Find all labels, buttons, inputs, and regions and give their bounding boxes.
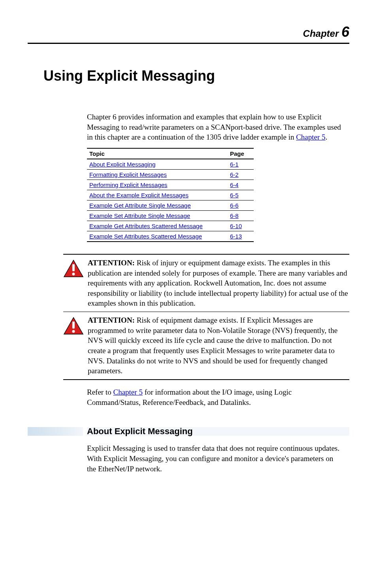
attention-text: ATTENTION: Risk of equipment damage exis… (88, 315, 349, 376)
chapter-label: Chapter (303, 28, 339, 39)
topic-link[interactable]: Example Set Attributes Scattered Message (89, 233, 202, 240)
attention-block: ATTENTION: Risk of injury or equipment d… (63, 254, 349, 380)
svg-rect-1 (72, 264, 75, 271)
topic-link[interactable]: Formatting Explicit Messages (89, 171, 167, 178)
post-attention-link[interactable]: Chapter 5 (113, 388, 142, 396)
attention-text: ATTENTION: Risk of injury or equipment d… (88, 258, 349, 308)
warning-icon (63, 317, 85, 337)
table-row: About Explicit Messaging 6-1 (87, 159, 254, 170)
page-link[interactable]: 6-8 (230, 212, 239, 219)
table-row: Formatting Explicit Messages 6-2 (87, 169, 254, 180)
table-row: Example Get Attributes Scattered Message… (87, 221, 254, 231)
topic-header: Topic (87, 148, 228, 159)
svg-rect-4 (72, 321, 75, 329)
topic-link[interactable]: About Explicit Messaging (89, 161, 156, 168)
table-row: Example Set Attribute Single Message 6-8 (87, 210, 254, 221)
page-link[interactable]: 6-13 (230, 233, 242, 240)
section-body: Explicit Messaging is used to transfer d… (87, 443, 341, 474)
attention-row: ATTENTION: Risk of equipment damage exis… (63, 312, 349, 379)
topic-link[interactable]: Example Get Attribute Single Message (89, 202, 191, 209)
page-title: Using Explicit Messaging (43, 68, 349, 84)
table-row: Example Get Attribute Single Message 6-6 (87, 200, 254, 210)
table-row: About the Example Explicit Messages 6-5 (87, 190, 254, 200)
page-link[interactable]: 6-4 (230, 182, 239, 188)
chapter-number: 6 (341, 24, 349, 40)
page-link[interactable]: 6-5 (230, 192, 239, 199)
attention-label: ATTENTION: (88, 316, 135, 324)
intro-text-after: . (326, 133, 328, 141)
page-link[interactable]: 6-6 (230, 202, 239, 209)
intro-chapter-link[interactable]: Chapter 5 (296, 133, 325, 141)
page-link[interactable]: 6-10 (230, 223, 242, 229)
table-row: Example Set Attributes Scattered Message… (87, 231, 254, 242)
page-link[interactable]: 6-2 (230, 171, 239, 178)
post-attention-before: Refer to (87, 388, 113, 396)
topic-link[interactable]: About the Example Explicit Messages (89, 192, 188, 199)
warning-icon (63, 259, 85, 279)
post-attention-paragraph: Refer to Chapter 5 for information about… (87, 387, 341, 407)
topic-link[interactable]: Performing Explicit Messages (89, 182, 168, 188)
topic-link[interactable]: Example Set Attribute Single Message (89, 212, 190, 219)
section-bar (28, 427, 83, 436)
chapter-header: Chapter 6 (28, 24, 349, 44)
attention-row: ATTENTION: Risk of injury or equipment d… (63, 255, 349, 312)
table-row: Performing Explicit Messages 6-4 (87, 180, 254, 190)
svg-point-5 (72, 330, 75, 333)
section-heading: About Explicit Messaging (87, 427, 349, 436)
intro-paragraph: Chapter 6 provides information and examp… (87, 112, 341, 142)
section-heading-row: About Explicit Messaging (28, 427, 349, 436)
topic-link[interactable]: Example Get Attributes Scattered Message (89, 223, 203, 229)
topic-table: Topic Page About Explicit Messaging 6-1 … (87, 148, 254, 242)
attention-body: Risk of equipment damage exists. If Expl… (88, 316, 337, 375)
svg-point-2 (72, 272, 75, 275)
page-header: Page (228, 148, 254, 159)
attention-label: ATTENTION: (88, 259, 135, 267)
page-link[interactable]: 6-1 (230, 161, 239, 168)
